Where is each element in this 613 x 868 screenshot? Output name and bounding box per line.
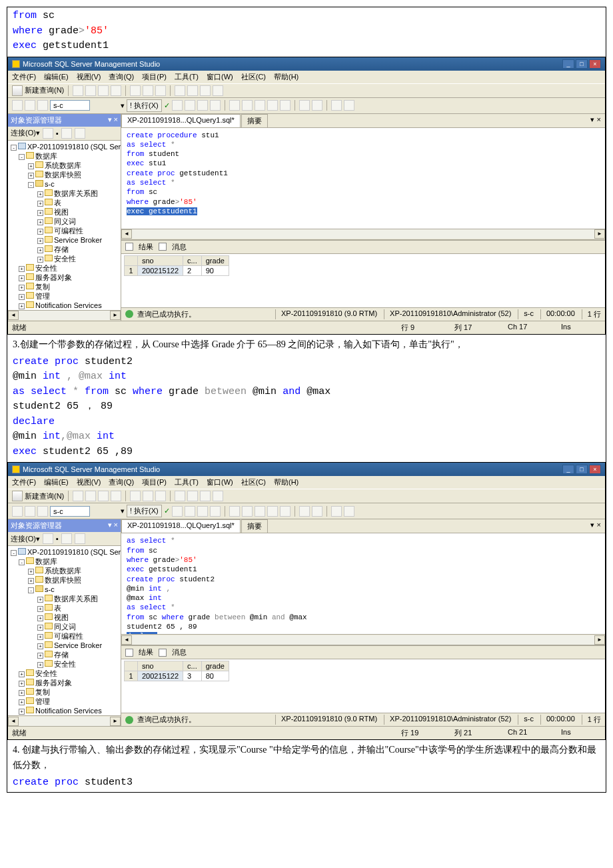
filter-icon[interactable] [75,128,85,139]
toolbar-icon[interactable] [200,491,211,501]
tab-messages[interactable]: 消息 [172,647,187,657]
toolbar-icon[interactable] [299,100,310,111]
indent-icon[interactable] [331,100,342,111]
toolbar-icon[interactable] [200,85,211,96]
toolbar-icon[interactable] [185,506,195,517]
database-combo[interactable]: s-c [50,506,90,517]
results-grid[interactable]: snoc...grade 1200215122290 [121,254,605,307]
tab-dropdown-icon[interactable]: ▾ [590,115,594,126]
sql-editor[interactable]: as select * from sc where grade>'85' exe… [121,533,605,634]
toolbar-icon[interactable] [255,100,265,111]
maximize-button[interactable]: □ [576,59,588,69]
menu-project[interactable]: 项目(P) [142,477,167,487]
toolbar-icon[interactable] [73,491,83,501]
toolbar-icon[interactable] [197,506,208,517]
toolbar-icon[interactable] [12,506,23,517]
toolbar-icon[interactable] [242,506,253,517]
maximize-button[interactable]: □ [576,465,588,474]
toolbar-icon[interactable] [172,100,183,111]
execute-button[interactable]: ! 执行(X) [127,505,162,517]
tab-close-icon[interactable]: × [597,115,601,126]
toolbar-icon[interactable] [155,85,166,96]
toolbar-icon[interactable] [175,491,185,501]
toolbar-icon[interactable] [280,100,291,111]
tab-summary[interactable]: 摘要 [241,114,268,127]
menu-file[interactable]: 文件(F) [12,72,36,82]
tab-close-icon[interactable]: × [597,521,601,531]
refresh-icon[interactable] [61,533,72,544]
toolbar-icon[interactable] [210,506,221,517]
sql-editor[interactable]: create procedure stu1 as select * from s… [121,128,605,229]
minimize-button[interactable]: _ [562,465,574,474]
menu-query[interactable]: 查询(Q) [109,477,134,487]
toolbar-icon[interactable] [111,491,121,501]
menu-edit[interactable]: 编辑(E) [44,477,69,487]
toolbar-icon[interactable] [187,491,198,501]
toolbar-icon[interactable] [130,85,141,96]
panel-close-icon[interactable]: ▾ × [108,115,118,125]
menu-tools[interactable]: 工具(T) [175,477,199,487]
toolbar-icon[interactable] [37,100,48,111]
toolbar-icon[interactable] [185,100,195,111]
toolbar-icon[interactable] [229,100,240,111]
toolbar-icon[interactable] [111,85,121,96]
toolbar-icon[interactable] [25,506,35,517]
toolbar-icon[interactable] [267,506,278,517]
toolbar-icon[interactable] [98,85,109,96]
toolbar-icon[interactable] [43,128,53,139]
menu-view[interactable]: 视图(V) [77,72,101,82]
toolbar-icon[interactable] [197,100,208,111]
toolbar-icon[interactable] [25,100,35,111]
outdent-icon[interactable] [344,100,354,111]
minimize-button[interactable]: _ [562,59,574,69]
toolbar-icon[interactable] [242,100,253,111]
refresh-icon[interactable] [61,128,72,139]
new-query-icon[interactable] [12,491,23,501]
menu-project[interactable]: 项目(P) [142,72,167,82]
toolbar-icon[interactable] [37,506,48,517]
toolbar-icon[interactable] [155,491,166,501]
tab-messages[interactable]: 消息 [172,242,187,252]
toolbar-icon[interactable] [187,85,198,96]
menu-community[interactable]: 社区(C) [241,477,266,487]
toolbar-icon[interactable] [255,506,265,517]
toolbar-icon[interactable] [213,85,223,96]
panel-close-icon[interactable]: ▾ × [108,521,118,531]
tab-query[interactable]: XP-2011091918...QLQuery1.sql* [121,114,241,127]
indent-icon[interactable] [331,506,342,517]
tab-dropdown-icon[interactable]: ▾ [590,521,594,531]
filter-icon[interactable] [75,533,85,544]
toolbar-icon[interactable] [312,100,322,111]
tab-results[interactable]: 结果 [139,647,153,657]
close-button[interactable]: × [589,59,601,69]
toolbar-icon[interactable] [210,100,221,111]
database-combo[interactable]: s-c [50,100,90,111]
results-grid[interactable]: snoc...grade 1200215122380 [121,659,605,713]
menu-query[interactable]: 查询(Q) [109,72,134,82]
toolbar-icon[interactable] [312,506,322,517]
menu-help[interactable]: 帮助(H) [274,477,299,487]
outdent-icon[interactable] [344,506,354,517]
new-query-icon[interactable] [12,85,23,96]
close-button[interactable]: × [589,465,601,474]
menu-tools[interactable]: 工具(T) [175,72,199,82]
toolbar-icon[interactable] [299,506,310,517]
toolbar-icon[interactable] [172,506,183,517]
toolbar-icon[interactable] [85,85,96,96]
toolbar-icon[interactable] [280,506,291,517]
toolbar-icon[interactable] [175,85,185,96]
tab-summary[interactable]: 摘要 [241,519,268,533]
tree[interactable]: -XP-201109191810 (SQL Server 9.0.1399 - … [8,546,121,715]
tab-results[interactable]: 结果 [139,242,153,252]
menu-help[interactable]: 帮助(H) [274,72,299,82]
connect-button[interactable]: 连接(O)▾ [11,128,40,138]
toolbar-icon[interactable] [267,100,278,111]
toolbar-icon[interactable] [229,506,240,517]
menu-file[interactable]: 文件(F) [12,477,36,487]
toolbar-icon[interactable] [213,491,223,501]
tree[interactable]: -XP-201109191810 (SQL Server 9.0.1399 - … [8,141,121,310]
menu-edit[interactable]: 编辑(E) [44,72,69,82]
toolbar-icon[interactable] [98,491,109,501]
toolbar-icon[interactable] [143,85,153,96]
menu-view[interactable]: 视图(V) [77,477,101,487]
